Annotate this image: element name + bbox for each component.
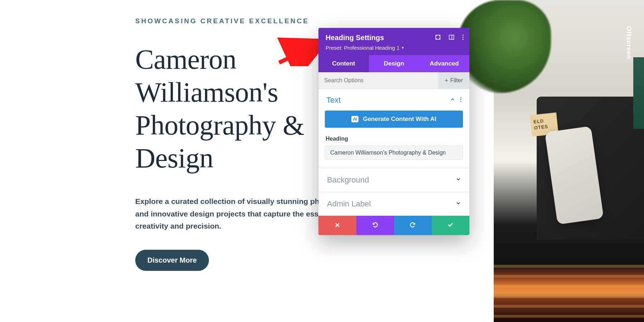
preset-name: Professional Heading 1 [344, 45, 400, 51]
more-icon[interactable] [462, 34, 464, 42]
svg-point-6 [462, 39, 463, 40]
tab-advanced[interactable]: Advanced [419, 55, 469, 72]
preset-prefix: Preset: [326, 45, 343, 51]
panel-preset-selector[interactable]: Preset: Professional Heading 1 ▼ [326, 45, 462, 51]
redo-icon [409, 221, 416, 230]
svg-point-4 [462, 34, 463, 35]
panel-tabs: Content Design Advanced [318, 55, 469, 72]
text-section-header[interactable]: Text [318, 89, 469, 108]
search-input[interactable] [318, 72, 438, 89]
svg-rect-2 [449, 35, 454, 39]
save-button[interactable] [432, 216, 470, 235]
background-section[interactable]: Background [318, 168, 469, 192]
svg-point-8 [460, 99, 462, 100]
dock-icon[interactable] [449, 34, 454, 42]
svg-point-5 [462, 36, 463, 38]
background-light-trails [494, 265, 644, 322]
chevron-down-icon [456, 177, 461, 183]
text-section-title: Text [326, 96, 341, 105]
filter-label: Filter [450, 77, 463, 84]
panel-header[interactable]: Heading Settings Preset: Professional He… [318, 28, 469, 55]
expand-icon[interactable] [435, 34, 441, 42]
tab-design[interactable]: Design [369, 55, 419, 72]
cancel-button[interactable] [318, 216, 356, 235]
search-bar: + Filter [318, 72, 469, 89]
svg-point-7 [460, 97, 462, 98]
filter-button[interactable]: + Filter [438, 72, 469, 89]
generate-ai-button[interactable]: AI Generate Content With AI [325, 111, 463, 128]
chevron-up-icon[interactable] [450, 97, 455, 103]
plus-icon: + [445, 77, 448, 84]
heading-input[interactable] [325, 146, 463, 160]
admin-label-section-title: Admin Label [327, 199, 371, 209]
kicker-text: SHOWCASING CREATIVE EXCELLENCE [135, 17, 358, 25]
svg-point-9 [460, 101, 462, 102]
redo-button[interactable] [394, 216, 432, 235]
ai-badge-icon: AI [351, 116, 358, 122]
close-icon [335, 221, 340, 230]
chevron-down-icon: ▼ [401, 46, 405, 50]
undo-icon [371, 221, 379, 230]
check-icon [447, 221, 454, 230]
ai-button-label: Generate Content With AI [363, 116, 436, 123]
admin-label-section[interactable]: Admin Label [318, 192, 469, 216]
panel-footer [318, 216, 469, 235]
chevron-down-icon [456, 201, 461, 207]
background-section-title: Background [327, 175, 369, 185]
background-books [633, 57, 644, 129]
section-more-icon[interactable] [460, 97, 462, 103]
undo-button[interactable] [356, 216, 394, 235]
text-section-body: AI Generate Content With AI Heading [318, 108, 469, 168]
heading-settings-panel: Heading Settings Preset: Professional He… [318, 28, 469, 235]
heading-field-label: Heading [326, 136, 463, 142]
tab-content[interactable]: Content [318, 55, 369, 72]
background-book-spine-text: Offscreen [625, 26, 633, 59]
discover-more-button[interactable]: Discover More [135, 250, 209, 271]
hero-content: SHOWCASING CREATIVE EXCELLENCE Cameron W… [0, 0, 358, 322]
